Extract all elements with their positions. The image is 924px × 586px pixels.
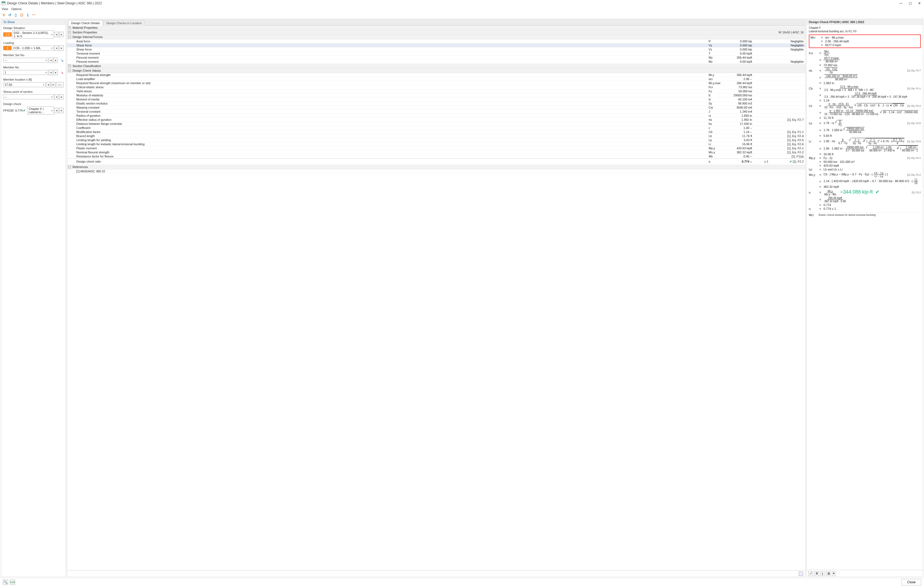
next-button[interactable]: ▸: [59, 108, 64, 113]
section-icon[interactable]: ⊡: [20, 13, 24, 17]
tab-design-checks-location[interactable]: Design Checks in Location: [103, 20, 145, 26]
design-situation-label: Design Situation: [3, 26, 64, 30]
location-label: Member location x [ft]: [3, 78, 64, 81]
table-row[interactable]: Axial forceP0.000 kipNegligible: [67, 40, 805, 43]
menu-view[interactable]: View: [2, 7, 8, 11]
table-row[interactable]: Distance between flange centroidsho17.43…: [67, 122, 805, 126]
help-button[interactable]: 🔍: [3, 579, 8, 585]
minimize-button[interactable]: —: [896, 0, 906, 6]
check-ok-icon: ✔: [23, 109, 26, 112]
design-situation-combo[interactable]: DS2 - Section 2.3 (LRFD), 1. to 5.▾: [12, 30, 54, 38]
next-button[interactable]: ▸: [51, 82, 55, 87]
equation-line: =1.14: [809, 99, 921, 102]
member-no-label: Member No.: [3, 66, 64, 69]
section-internal-forces[interactable]: −Design Internal Forces: [67, 35, 805, 40]
lasso-icon[interactable]: ↯: [2, 13, 6, 17]
loading-combo[interactable]: CO6 - 1.20D + 1.60L▾: [12, 46, 54, 51]
right-panel: Design Check FF4100 | AISC 360 | 2022 Ch…: [807, 19, 923, 577]
menu-options[interactable]: Options: [12, 7, 22, 11]
section-references[interactable]: −References: [67, 165, 805, 170]
equation-line: Lb=π · rts · √(Cb · E)10 · Fcr · √(10 · …: [809, 102, 921, 109]
table-row[interactable]: Flexural momentMz0.00 kipftNegligible: [67, 60, 805, 64]
next-button[interactable]: ▸: [59, 45, 64, 51]
table-row[interactable]: Yield stressFy50.000 ksi: [67, 89, 805, 93]
location-combo[interactable]: 17.50 ▾: [3, 82, 46, 87]
section-proper[interactable]: +Section PropertiesW 18x50 | AISC 16: [67, 30, 805, 35]
equation-line: Lp<Lb and Lb ≤ Lr: [809, 168, 921, 171]
loading-label: Loading: [3, 41, 64, 44]
table-row[interactable]: Required flexural strength (maximum on m…: [67, 81, 805, 85]
next-button[interactable]: ▸: [53, 58, 58, 63]
toggle-2-button[interactable]: ⫿: [820, 571, 825, 576]
xx0-button[interactable]: x/x₀: [56, 82, 64, 87]
table-row[interactable]: Shear forceVz0.000 kipNegligible: [67, 48, 805, 51]
maximize-button[interactable]: ▢: [906, 0, 915, 6]
table-row[interactable]: Shear forceVy0.000 kipNegligible: [67, 43, 805, 48]
equation-line: =266.44 kipft382.32 kipft · 0.90: [809, 196, 921, 203]
next-button[interactable]: ▸: [59, 94, 64, 100]
refresh-icon[interactable]: ↺: [8, 13, 12, 17]
prev-button[interactable]: ◂: [54, 94, 59, 100]
next-button[interactable]: ▸: [53, 70, 58, 75]
table-row[interactable]: Radius of gyrationrz1.650 in: [67, 114, 805, 118]
wave-icon[interactable]: 〰: [31, 13, 36, 17]
print-menu-button[interactable]: ▾: [832, 571, 835, 576]
print-button[interactable]: 🖶: [826, 571, 831, 576]
member-no-combo[interactable]: 1 ▾: [3, 70, 48, 75]
tab-design-check-details[interactable]: Design Check Details: [68, 20, 103, 26]
equation-line: Mp,y=Fy · Zy[1], Eq. F2-1: [809, 156, 921, 160]
table-settings-button[interactable]: [799, 571, 803, 576]
prev-button[interactable]: ◂: [49, 58, 53, 63]
pick-icon[interactable]: ↘: [61, 71, 64, 75]
member-set-combo[interactable]: -- ▾: [3, 58, 48, 63]
table-row[interactable]: Plastic momentMp,y420.83 kipft[1], Eq. F…: [67, 146, 805, 150]
equation-line: =0.774: [809, 203, 921, 207]
equation-line: =382.32 kipft: [809, 185, 921, 189]
next-button[interactable]: ▸: [59, 32, 64, 37]
member-icon[interactable]: ▯: [13, 13, 18, 17]
toolbar: ↯ ↺ ▯ ⊡ ⫿ 〰: [0, 12, 924, 18]
table-row[interactable]: Braced lengthLb11.76 ft[1], Eq. F2-4: [67, 134, 805, 138]
menubar: View Options: [0, 7, 924, 12]
table-row[interactable]: Flexural momentMy266.44 kipft: [67, 56, 805, 60]
close-window-button[interactable]: ✕: [915, 0, 924, 6]
table-row[interactable]: Modulus of elasticityE29000.000 ksi: [67, 93, 805, 97]
close-button[interactable]: Close: [901, 579, 921, 586]
chart-icon[interactable]: ⫿: [26, 13, 30, 17]
middle-panel: Design Check Details Design Checks in Lo…: [67, 19, 805, 577]
prev-button[interactable]: ◂: [54, 45, 59, 51]
right-panel-header: Design Check FF4100 | AISC 360 | 2022: [807, 20, 923, 25]
table-row[interactable]: Critical elastic stressFcr73.982 ksi: [67, 85, 805, 89]
table-row[interactable]: Required flexural strengthMr,y266.44 kip…: [67, 73, 805, 77]
table-row[interactable]: Modification factorCb1.14 --[1], Eq. F1-…: [67, 130, 805, 134]
table-row[interactable]: Limiting length for inelastic lateral-to…: [67, 142, 805, 146]
table-row[interactable]: Load amplifierαcr2.06 --: [67, 77, 805, 81]
design-check-combo[interactable]: Chapter F | Lateral-to...▾: [27, 106, 54, 115]
equation-line: =1.14 · [ 420.83 kipft − (420.83 kipft −…: [809, 178, 921, 185]
table-row[interactable]: Moment of inertiaIz40.100 in4: [67, 97, 805, 102]
prev-button[interactable]: ◂: [54, 108, 59, 113]
table-row[interactable]: Resistance factor for flexureΦb0.90 --[1…: [67, 155, 805, 158]
zoom-fit-button[interactable]: ⤢: [808, 571, 813, 576]
prev-button[interactable]: ◂: [46, 82, 51, 87]
stress-point-combo[interactable]: -- ▾: [3, 94, 54, 99]
table-row[interactable]: Torsional constantJ1.240 in4: [67, 110, 805, 114]
equation-line: Fcr=McrSyc: [809, 50, 921, 56]
table-row[interactable]: Coefficientc1.00 --: [67, 126, 805, 130]
table-row[interactable]: Elastic section modulusSy88.900 in3: [67, 102, 805, 105]
table-row[interactable]: Effective radius of gyrationrts1.982 in[…: [67, 118, 805, 122]
design-situation-badge: 2.3: [3, 32, 12, 37]
toggle-1-button[interactable]: ≣: [814, 571, 819, 576]
section-check-values[interactable]: −Design Check Values: [67, 68, 805, 73]
table-row[interactable]: Warping constantCw3040.00 in6: [67, 105, 805, 110]
section-material[interactable]: +Material Properties: [67, 26, 805, 30]
table-row[interactable]: Torsional momentT0.00 kipft: [67, 51, 805, 56]
table-row[interactable]: Limiting length for yieldingLp5.83 ft[1]…: [67, 138, 805, 142]
prev-button[interactable]: ◂: [49, 70, 53, 75]
prev-button[interactable]: ◂: [54, 32, 59, 37]
equation-line: Mn,y=Cb · [ Mp,y − (Mp,y − 0.7 · Fy · Sy…: [809, 171, 921, 178]
table-row[interactable]: Nominal flexural strengthMn,y382.32 kipf…: [67, 150, 805, 155]
section-classification[interactable]: +Section Classification: [67, 64, 805, 68]
pick-icon[interactable]: ↘: [61, 58, 64, 63]
units-button[interactable]: 0,00: [10, 579, 15, 585]
